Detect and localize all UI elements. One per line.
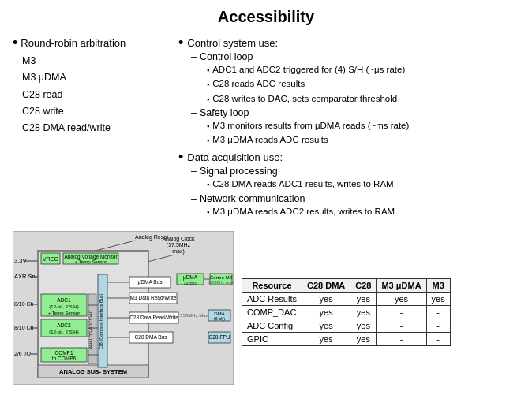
cell-m3: - bbox=[426, 332, 450, 345]
sq-bullet: ▪ bbox=[207, 80, 209, 91]
cell-c28: yes bbox=[350, 292, 377, 305]
bullet-dot: • bbox=[13, 35, 17, 50]
bullet-dot-3: • bbox=[178, 150, 183, 164]
round-robin-header: • Round-robin arbitration bbox=[13, 37, 170, 50]
dash-symbol: – bbox=[191, 51, 197, 62]
list-item: C28 write bbox=[22, 103, 170, 120]
svg-text:150MHz Max: 150MHz Max bbox=[180, 313, 208, 318]
round-robin-label: Round-robin arbitration bbox=[21, 37, 126, 49]
data-acquisition-label: Data acquisition use: bbox=[187, 151, 283, 163]
svg-text:(12-bit, 2 S/H): (12-bit, 2 S/H) bbox=[49, 304, 78, 309]
cell-c28dma: yes bbox=[302, 292, 350, 305]
col-header-c28dma: C28 DMA bbox=[302, 278, 350, 292]
sub-bullet: ▪ C28 writes to DAC, sets comparator thr… bbox=[191, 92, 519, 106]
svg-text:+ Temp Sensor: + Temp Sensor bbox=[75, 259, 107, 264]
col-header-resource: Resource bbox=[242, 278, 302, 292]
control-system-section: • Control system use: – Control loop ▪ A… bbox=[178, 37, 519, 147]
cell-m3udma: yes bbox=[377, 292, 426, 305]
svg-text:(2 ch): (2 ch) bbox=[184, 281, 196, 285]
svg-text:M3 Data Read/Write: M3 Data Read/Write bbox=[130, 295, 177, 300]
sub-bullet: ▪ C28 reads ADC results bbox=[191, 77, 519, 91]
svg-text:ANALOG SUB- SYSTEM: ANALOG SUB- SYSTEM bbox=[59, 368, 127, 375]
signal-processing-item: – Signal processing ▪ C28 DMA reads ADC1… bbox=[178, 166, 519, 191]
cell-c28dma: yes bbox=[302, 319, 350, 332]
main-content: • Round-robin arbitration M3 M3 μDMA C28… bbox=[13, 37, 519, 223]
svg-text:to COMP6: to COMP6 bbox=[52, 356, 77, 361]
cell-resource: GPIO bbox=[242, 332, 302, 345]
svg-text:(37.5MHz: (37.5MHz bbox=[167, 242, 191, 248]
round-robin-section: • Round-robin arbitration M3 M3 μDMA C28… bbox=[13, 37, 170, 136]
analog-diagram: Analog Clock (37.5MHz max) Analog Reset … bbox=[13, 231, 234, 385]
cell-m3udma: - bbox=[377, 332, 426, 345]
signal-processing-label: – Signal processing bbox=[191, 166, 519, 177]
bullet-dot-2: • bbox=[178, 35, 183, 50]
sq-bullet: ▪ bbox=[207, 136, 209, 147]
sq-bullet: ▪ bbox=[207, 207, 209, 218]
sub-bullet: ▪ M3 μDMA reads ADC results bbox=[191, 133, 519, 147]
control-system-header: • Control system use: bbox=[178, 37, 519, 50]
svg-text:C28-FPU: C28-FPU bbox=[208, 334, 230, 340]
cell-c28: yes bbox=[350, 319, 377, 332]
table-row: ADC Config yes yes - - bbox=[242, 319, 451, 332]
cell-m3: - bbox=[426, 305, 450, 319]
svg-text:μDMA Bus: μDMA Bus bbox=[138, 279, 163, 285]
sub-bullet: ▪ ADC1 and ADC2 triggered for (4) S/H (~… bbox=[191, 63, 519, 76]
dash-symbol: – bbox=[191, 107, 197, 118]
sq-bullet: ▪ bbox=[207, 121, 209, 132]
numbered-list: M3 M3 μDMA C28 read C28 write C28 DMA re… bbox=[13, 53, 170, 136]
svg-text:100MHz max: 100MHz max bbox=[208, 280, 234, 285]
resource-table: Resource C28 DMA C28 M3 μDMA M3 ADC Resu… bbox=[242, 278, 451, 346]
page-title: Accessibility bbox=[13, 8, 519, 26]
cell-m3: - bbox=[426, 319, 450, 332]
list-item: M3 bbox=[22, 53, 170, 69]
dash-symbol: – bbox=[191, 166, 197, 177]
svg-text:ANALOG/ADC/DAC: ANALOG/ADC/DAC bbox=[88, 310, 93, 349]
col-header-m3udma: M3 μDMA bbox=[377, 278, 426, 292]
col-header-c28: C28 bbox=[350, 278, 377, 292]
table-row: COMP_DAC yes yes - - bbox=[242, 305, 451, 319]
svg-text:2/6 I/O: 2/6 I/O bbox=[14, 351, 32, 356]
control-system-label: Control system use: bbox=[187, 37, 278, 49]
svg-text:ADC1: ADC1 bbox=[57, 297, 71, 303]
control-loop-item: – Control loop ▪ ADC1 and ADC2 triggered… bbox=[178, 51, 519, 106]
control-loop-label: – Control loop bbox=[191, 51, 519, 62]
svg-text:max): max) bbox=[172, 248, 185, 255]
data-acquisition-section: • Data acquisition use: – Signal process… bbox=[178, 151, 519, 218]
svg-text:ADC2: ADC2 bbox=[57, 323, 71, 328]
list-item: C28 read bbox=[22, 87, 170, 103]
svg-text:VREG: VREG bbox=[43, 256, 58, 262]
cell-m3: yes bbox=[426, 292, 450, 305]
svg-text:C28 DMA Bus: C28 DMA Bus bbox=[135, 334, 168, 340]
svg-text:CIB (Common Interface Bus): CIB (Common Interface Bus) bbox=[99, 293, 103, 349]
cell-c28: yes bbox=[350, 332, 377, 345]
dash-symbol: – bbox=[191, 193, 197, 204]
cell-c28dma: yes bbox=[302, 305, 350, 319]
network-comm-item: – Network communication ▪ M3 μDMA reads … bbox=[178, 193, 519, 218]
sq-bullet: ▪ bbox=[207, 65, 209, 76]
cell-m3udma: - bbox=[377, 319, 426, 332]
data-acquisition-header: • Data acquisition use: bbox=[178, 151, 519, 164]
cell-resource: ADC Results bbox=[242, 292, 302, 305]
list-item: C28 DMA read/write bbox=[22, 120, 170, 136]
resource-table-container: Resource C28 DMA C28 M3 μDMA M3 ADC Resu… bbox=[242, 278, 451, 346]
table-row: GPIO yes yes - - bbox=[242, 332, 451, 345]
list-item: M3 μDMA bbox=[22, 69, 170, 86]
svg-text:+ Temp Sensor: + Temp Sensor bbox=[48, 311, 80, 315]
svg-text:(12-bit, 2 S/H): (12-bit, 2 S/H) bbox=[49, 330, 78, 334]
bottom-section: Analog Clock (37.5MHz max) Analog Reset … bbox=[13, 231, 519, 385]
table-row: ADC Results yes yes yes yes bbox=[242, 292, 451, 305]
svg-text:COMP1: COMP1 bbox=[54, 350, 73, 356]
sub-bullet: ▪ C28 DMA reads ADC1 results, writes to … bbox=[191, 177, 519, 191]
cell-c28: yes bbox=[350, 305, 377, 319]
sub-bullet: ▪ M3 μDMA reads ADC2 results, writes to … bbox=[191, 205, 519, 218]
network-comm-label: – Network communication bbox=[191, 193, 519, 204]
svg-text:μDMA: μDMA bbox=[183, 274, 198, 281]
safety-loop-label: – Safety loop bbox=[191, 107, 519, 118]
col-header-m3: M3 bbox=[426, 278, 450, 292]
safety-loop-item: – Safety loop ▪ M3 monitors results from… bbox=[178, 107, 519, 147]
sub-bullet: ▪ M3 monitors results from μDMA reads (~… bbox=[191, 119, 519, 132]
cell-resource: COMP_DAC bbox=[242, 305, 302, 319]
right-column: • Control system use: – Control loop ▪ A… bbox=[178, 37, 519, 223]
left-column: • Round-robin arbitration M3 M3 μDMA C28… bbox=[13, 37, 170, 223]
cell-c28dma: yes bbox=[302, 332, 350, 345]
